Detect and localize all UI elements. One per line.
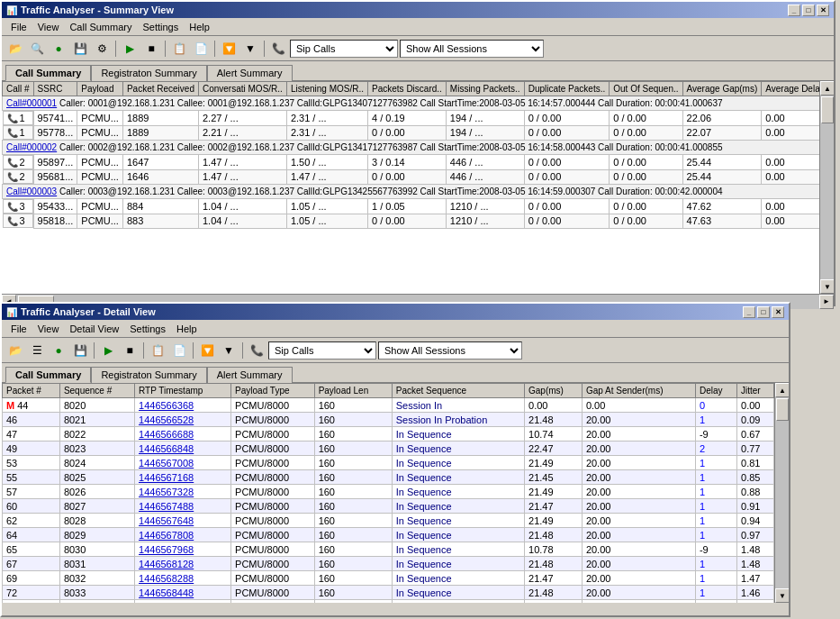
scroll-thumb[interactable] (821, 96, 834, 123)
toolbar-sip-icon[interactable]: 📞 (268, 39, 288, 59)
detail-menu-view[interactable]: View (32, 322, 65, 336)
table-row[interactable]: 6780311446568128PCMU/8000160In Sequence2… (3, 557, 774, 571)
table-cell-payload-len: 160 (314, 600, 392, 604)
detail-toolbar-sip[interactable]: 📞 (247, 341, 266, 360)
close-button[interactable]: ✕ (817, 5, 829, 16)
menu-settings[interactable]: Settings (137, 20, 184, 34)
table-cell-rtp[interactable]: 1446567168 (135, 470, 231, 485)
maximize-button[interactable]: □ (802, 5, 815, 16)
detail-toolbar-filter2[interactable]: ▼ (219, 341, 239, 360)
detail-menu-settings[interactable]: Settings (124, 322, 171, 336)
toolbar-copy-btn[interactable]: 📋 (169, 39, 189, 59)
show-sessions-select[interactable]: Show All Sessions (400, 40, 544, 58)
detail-toolbar-stop[interactable]: ■ (120, 341, 140, 360)
toolbar-settings-btn[interactable]: ⚙ (92, 39, 112, 59)
table-row[interactable]: 📞195778...PCMU...18892.21 / ...2.31 / ..… (3, 125, 835, 141)
toolbar-play-btn[interactable]: ▶ (120, 39, 140, 59)
table-cell-rtp[interactable]: 1446567648 (135, 514, 231, 528)
table-row[interactable]: 📞295897...PCMU...16471.47 / ...1.50 / ..… (3, 155, 835, 170)
table-row[interactable]: 4680211446566528PCMU/8000160Session In P… (3, 413, 774, 427)
detail-toolbar-list[interactable]: ☰ (27, 341, 47, 360)
detail-scroll-thumb[interactable] (776, 398, 789, 421)
detail-toolbar-filter[interactable]: 🔽 (197, 341, 217, 360)
scroll-up-arrow[interactable]: ▲ (820, 81, 834, 96)
table-cell-rtp[interactable]: 1446568448 (135, 586, 231, 600)
minimize-button[interactable]: _ (788, 5, 800, 16)
table-row[interactable]: 7680341446568608PCMU/8000160In Sequence2… (3, 600, 774, 604)
detail-tab-alert[interactable]: Alert Summary (207, 367, 293, 383)
table-cell-rtp[interactable]: 1446566688 (135, 427, 231, 441)
table-cell-rtp[interactable]: 1446568288 (135, 571, 231, 586)
detail-toolbar-paste[interactable]: 📄 (169, 341, 189, 360)
detail-scroll-up[interactable]: ▲ (775, 383, 789, 397)
table-cell-gap: 0.00 (525, 398, 583, 413)
detail-toolbar-copy[interactable]: 📋 (148, 341, 167, 360)
detail-menu-file[interactable]: File (5, 322, 32, 336)
menu-help[interactable]: Help (184, 20, 215, 34)
summary-vscroll[interactable]: ▲ ▼ (819, 81, 834, 294)
toolbar-search-btn[interactable]: 🔍 (27, 39, 47, 59)
summary-table-scroll[interactable]: Call # SSRC Payload Packet Received Conv… (2, 81, 834, 294)
sip-calls-select[interactable]: Sip Calls (290, 40, 398, 58)
detail-menu-detailview[interactable]: Detail View (64, 322, 124, 336)
toolbar-record-btn[interactable]: ● (49, 39, 68, 59)
table-cell-rtp[interactable]: 1446567488 (135, 499, 231, 514)
table-row[interactable]: 7280331446568448PCMU/8000160In Sequence2… (3, 586, 774, 600)
tab-call-summary[interactable]: Call Summary (5, 65, 91, 81)
detail-tab-call[interactable]: Call Summary (5, 367, 91, 383)
table-cell-rtp[interactable]: 1446568128 (135, 557, 231, 571)
table-row[interactable]: 📞295681...PCMU...16461.47 / ...1.47 / ..… (3, 169, 835, 185)
table-cell-rtp[interactable]: 1446566368 (135, 398, 231, 413)
table-row[interactable]: 4780221446566688PCMU/8000160In Sequence1… (3, 427, 774, 441)
toolbar-stop-btn[interactable]: ■ (141, 39, 161, 59)
hscroll-right[interactable]: ► (819, 295, 834, 309)
detail-sip-select[interactable]: Sip Calls (268, 341, 376, 360)
table-cell-rtp[interactable]: 1446567808 (135, 528, 231, 542)
detail-maximize-btn[interactable]: □ (757, 306, 770, 318)
table-row[interactable]: 6980321446568288PCMU/8000160In Sequence2… (3, 571, 774, 586)
detail-menu-help[interactable]: Help (171, 322, 203, 336)
detail-tab-reg[interactable]: Registraton Summary (91, 367, 206, 383)
toolbar-save-btn[interactable]: 💾 (70, 39, 90, 59)
detail-toolbar-record[interactable]: ● (49, 341, 68, 360)
detail-close-btn[interactable]: ✕ (772, 306, 784, 318)
toolbar-filter-btn[interactable]: 🔽 (219, 39, 239, 59)
table-row[interactable]: 5380241446567008PCMU/8000160In Sequence2… (3, 456, 774, 470)
table-cell-rtp[interactable]: 1446567008 (135, 456, 231, 470)
table-row[interactable]: M 4480201446566368PCMU/8000160Session In… (3, 398, 774, 413)
detail-toolbar-save[interactable]: 💾 (70, 341, 90, 360)
table-row[interactable]: 5580251446567168PCMU/8000160In Sequence2… (3, 470, 774, 485)
table-row[interactable]: 6280281446567648PCMU/8000160In Sequence2… (3, 514, 774, 528)
table-cell-rtp[interactable]: 1446567968 (135, 542, 231, 557)
table-row[interactable]: 📞395433...PCMU...8841.04 / ...1.05 / ...… (3, 199, 835, 214)
detail-vscroll[interactable]: ▲ ▼ (774, 383, 789, 603)
table-cell: 883 (122, 214, 198, 228)
detail-sessions-select[interactable]: Show All Sessions (378, 341, 522, 360)
table-cell-rtp[interactable]: 1446566528 (135, 413, 231, 427)
table-row[interactable]: 📞195741...PCMU...18892.27 / ...2.31 / ..… (3, 111, 835, 126)
toolbar-open-btn[interactable]: 📂 (5, 39, 25, 59)
toolbar-filter2-btn[interactable]: ▼ (240, 39, 260, 59)
detail-table-scroll[interactable]: Packet # Sequence # RTP Timestamp Payloa… (2, 383, 774, 603)
table-row[interactable]: 4980231446566848PCMU/8000160In Sequence2… (3, 441, 774, 456)
table-row[interactable]: 📞395818...PCMU...8831.04 / ...1.05 / ...… (3, 214, 835, 228)
tab-registration-summary[interactable]: Registraton Summary (91, 65, 206, 81)
detail-titlebar: 📊 Traffic Analyser - Detail View _ □ ✕ (2, 304, 789, 320)
detail-toolbar-open[interactable]: 📂 (5, 341, 25, 360)
detail-minimize-btn[interactable]: _ (743, 306, 755, 318)
toolbar-paste-btn[interactable]: 📄 (191, 39, 211, 59)
tab-alert-summary[interactable]: Alert Summary (207, 65, 293, 81)
detail-toolbar-play[interactable]: ▶ (98, 341, 118, 360)
table-row[interactable]: 5780261446567328PCMU/8000160In Sequence2… (3, 485, 774, 499)
menu-file[interactable]: File (5, 20, 32, 34)
table-row[interactable]: 6580301446567968PCMU/8000160In Sequence1… (3, 542, 774, 557)
table-cell-rtp[interactable]: 1446568608 (135, 600, 231, 604)
menu-call-summary[interactable]: Call Summary (64, 20, 137, 34)
detail-scroll-down[interactable]: ▼ (775, 588, 789, 603)
table-cell-rtp[interactable]: 1446566848 (135, 441, 231, 456)
scroll-down-arrow[interactable]: ▼ (820, 279, 834, 294)
table-cell-rtp[interactable]: 1446567328 (135, 485, 231, 499)
table-row[interactable]: 6480291446567808PCMU/8000160In Sequence2… (3, 528, 774, 542)
menu-view[interactable]: View (32, 20, 65, 34)
table-row[interactable]: 6080271446567488PCMU/8000160In Sequence2… (3, 499, 774, 514)
